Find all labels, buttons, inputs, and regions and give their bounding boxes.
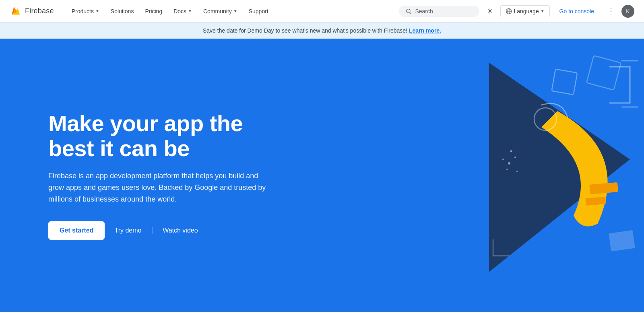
nav-community[interactable]: Community ▼	[198, 5, 242, 18]
search-placeholder: Search	[415, 8, 433, 14]
logo-link[interactable]: Firebase	[10, 5, 54, 17]
svg-point-16	[508, 162, 510, 165]
firebase-flame-icon	[10, 5, 22, 17]
svg-rect-12	[552, 69, 578, 95]
nav-docs[interactable]: Docs ▼	[169, 5, 197, 18]
nav-products[interactable]: Products ▼	[67, 5, 104, 18]
svg-point-21	[502, 159, 504, 160]
svg-point-20	[510, 150, 512, 152]
brand-name: Firebase	[25, 7, 54, 15]
sun-icon: ☀	[487, 7, 493, 16]
search-bar[interactable]: Search	[399, 6, 479, 17]
svg-point-19	[516, 171, 518, 172]
hero-svg	[348, 39, 638, 312]
nav-support[interactable]: Support	[244, 5, 273, 18]
button-divider: |	[151, 226, 153, 235]
svg-rect-15	[609, 230, 635, 251]
globe-icon	[506, 8, 512, 14]
announcement-link[interactable]: Learn more.	[409, 27, 441, 34]
language-button[interactable]: Language ▼	[500, 5, 549, 17]
announcement-banner: Save the date for Demo Day to see what's…	[0, 23, 644, 39]
hero-section: Make your app the best it can be Firebas…	[0, 39, 644, 312]
svg-point-18	[506, 169, 508, 170]
svg-marker-5	[489, 63, 630, 272]
theme-toggle-button[interactable]: ☀	[483, 4, 497, 19]
products-chevron-icon: ▼	[95, 9, 99, 13]
nav-pricing[interactable]: Pricing	[140, 5, 167, 18]
more-icon: ⋮	[607, 7, 615, 16]
language-chevron-icon: ▼	[541, 9, 545, 13]
svg-point-0	[407, 9, 410, 12]
svg-point-17	[514, 156, 516, 158]
search-icon	[405, 8, 412, 14]
user-avatar[interactable]: K	[621, 5, 634, 18]
hero-content: Make your app the best it can be Firebas…	[48, 111, 274, 240]
hero-description: Firebase is an app development platform …	[48, 170, 274, 205]
hero-buttons: Get started Try demo | Watch video	[48, 221, 274, 240]
svg-line-1	[410, 12, 411, 14]
docs-chevron-icon: ▼	[188, 9, 192, 13]
get-started-button[interactable]: Get started	[48, 221, 105, 240]
svg-rect-13	[586, 56, 621, 90]
hero-title: Make your app the best it can be	[48, 111, 274, 161]
community-chevron-icon: ▼	[233, 9, 237, 13]
go-to-console-button[interactable]: Go to console	[553, 5, 601, 18]
watch-video-button[interactable]: Watch video	[163, 227, 198, 234]
more-options-button[interactable]: ⋮	[604, 4, 618, 19]
try-demo-button[interactable]: Try demo	[114, 227, 141, 234]
navbar-right: Search ☀ Language ▼ Go to console ⋮ K	[399, 4, 634, 19]
hero-illustration	[342, 39, 644, 312]
language-label: Language	[514, 8, 539, 14]
nav-solutions[interactable]: Solutions	[106, 5, 139, 18]
nav-links: Products ▼ Solutions Pricing Docs ▼ Comm…	[67, 5, 399, 18]
navbar: Firebase Products ▼ Solutions Pricing Do…	[0, 0, 644, 23]
announcement-text: Save the date for Demo Day to see what's…	[203, 27, 407, 34]
